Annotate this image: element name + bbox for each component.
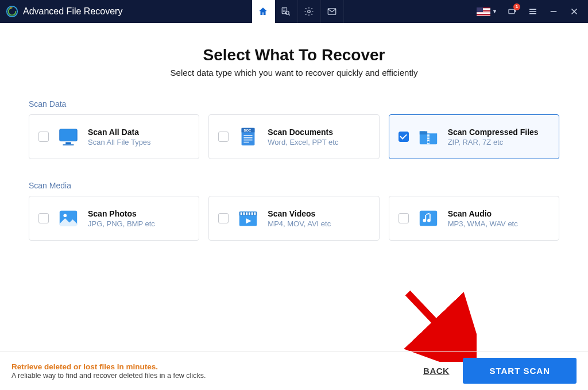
zip-folder-icon bbox=[417, 125, 440, 148]
checkbox-scan-photos[interactable] bbox=[38, 213, 49, 223]
nav-settings-button[interactable] bbox=[298, 0, 321, 23]
svg-line-6 bbox=[289, 14, 290, 16]
notifications-button[interactable]: 1 bbox=[502, 0, 523, 23]
section-scan-media-label: Scan Media bbox=[29, 181, 559, 190]
monitor-icon bbox=[57, 125, 80, 148]
card-scan-photos[interactable]: Scan Photos JPG, PNG, BMP etc bbox=[29, 196, 199, 241]
card-title: Scan Compressed Files bbox=[448, 128, 539, 137]
close-button[interactable] bbox=[564, 0, 585, 23]
svg-point-32 bbox=[427, 141, 430, 144]
scan-media-row: Scan Photos JPG, PNG, BMP etc Scan Video… bbox=[29, 196, 559, 241]
svg-text:DOC: DOC bbox=[244, 129, 252, 132]
card-scan-documents[interactable]: DOC Scan Documents Word, Excel, PPT etc bbox=[208, 114, 379, 159]
document-icon: DOC bbox=[237, 125, 260, 148]
svg-point-5 bbox=[286, 11, 289, 14]
page-subtitle: Select data type which you want to recov… bbox=[29, 68, 559, 78]
logo-icon bbox=[6, 5, 18, 18]
app-title: Advanced File Recovery bbox=[23, 6, 122, 17]
nav-mail-button[interactable] bbox=[321, 0, 344, 23]
card-title: Scan Audio bbox=[448, 209, 518, 218]
back-button[interactable]: BACK bbox=[423, 366, 449, 376]
card-scan-compressed[interactable]: Scan Compressed Files ZIP, RAR, 7Z etc bbox=[389, 114, 559, 159]
card-desc: MP4, MOV, AVI etc bbox=[268, 219, 331, 228]
flag-us-icon bbox=[477, 7, 490, 16]
svg-rect-18 bbox=[65, 142, 71, 145]
card-scan-videos[interactable]: Scan Videos MP4, MOV, AVI etc bbox=[208, 196, 379, 241]
svg-rect-16 bbox=[60, 129, 77, 141]
svg-rect-19 bbox=[63, 144, 74, 145]
svg-point-34 bbox=[63, 214, 67, 217]
language-selector[interactable]: ▼ bbox=[473, 0, 502, 23]
video-icon bbox=[237, 207, 260, 230]
card-desc: Word, Excel, PPT etc bbox=[268, 138, 338, 146]
card-title: Scan Photos bbox=[88, 209, 155, 218]
card-desc: JPG, PNG, BMP etc bbox=[88, 219, 155, 228]
svg-rect-9 bbox=[509, 9, 514, 14]
card-desc: ZIP, RAR, 7Z etc bbox=[448, 138, 539, 146]
scan-data-row: Scan All Data Scan All File Types DOC Sc… bbox=[29, 114, 559, 159]
card-scan-audio[interactable]: Scan Audio MP3, WMA, WAV etc bbox=[389, 196, 559, 241]
svg-rect-38 bbox=[243, 213, 245, 215]
svg-rect-1 bbox=[283, 7, 287, 14]
card-scan-all-data[interactable]: Scan All Data Scan All File Types bbox=[29, 114, 199, 159]
checkbox-scan-documents[interactable] bbox=[218, 132, 229, 142]
svg-rect-42 bbox=[254, 213, 256, 215]
svg-rect-39 bbox=[246, 213, 248, 215]
svg-line-44 bbox=[408, 293, 462, 350]
nav-search-button[interactable] bbox=[275, 0, 298, 23]
svg-rect-43 bbox=[419, 211, 436, 226]
svg-rect-40 bbox=[249, 213, 250, 215]
card-title: Scan All Data bbox=[88, 128, 151, 137]
card-desc: MP3, WMA, WAV etc bbox=[448, 219, 518, 228]
checkbox-scan-compressed[interactable] bbox=[399, 132, 409, 142]
card-title: Scan Documents bbox=[268, 128, 338, 137]
nav-home-button[interactable] bbox=[252, 0, 275, 23]
checkbox-scan-videos[interactable] bbox=[218, 213, 229, 223]
chevron-down-icon: ▼ bbox=[492, 9, 497, 14]
footer: Retrieve deleted or lost files in minute… bbox=[0, 351, 588, 390]
titlebar: Advanced File Recovery ▼ 1 bbox=[0, 0, 588, 23]
svg-rect-27 bbox=[419, 132, 427, 135]
notification-badge: 1 bbox=[513, 3, 520, 10]
footer-sub: A reliable way to find and recover delet… bbox=[11, 372, 423, 380]
checkbox-scan-all-data[interactable] bbox=[38, 132, 49, 142]
svg-point-7 bbox=[308, 10, 311, 13]
card-desc: Scan All File Types bbox=[88, 138, 151, 146]
page-title: Select What To Recover bbox=[29, 46, 559, 64]
audio-icon bbox=[417, 207, 440, 230]
svg-rect-37 bbox=[241, 213, 242, 215]
footer-headline: Retrieve deleted or lost files in minute… bbox=[11, 362, 423, 371]
menu-button[interactable] bbox=[523, 0, 543, 23]
card-title: Scan Videos bbox=[268, 209, 331, 218]
main-content: Select What To Recover Select data type … bbox=[0, 23, 588, 241]
app-logo: Advanced File Recovery bbox=[0, 5, 122, 18]
checkbox-scan-audio[interactable] bbox=[399, 213, 409, 223]
photo-icon bbox=[57, 207, 80, 230]
svg-rect-41 bbox=[252, 213, 253, 215]
minimize-button[interactable] bbox=[543, 0, 564, 23]
section-scan-data-label: Scan Data bbox=[29, 99, 559, 109]
start-scan-button[interactable]: START SCAN bbox=[463, 358, 577, 384]
